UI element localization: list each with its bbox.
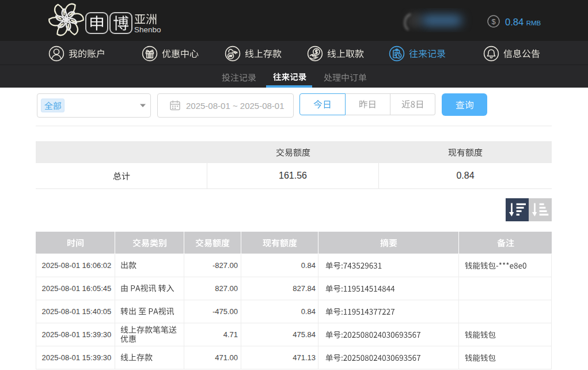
svg-text:$: $ xyxy=(491,17,496,26)
